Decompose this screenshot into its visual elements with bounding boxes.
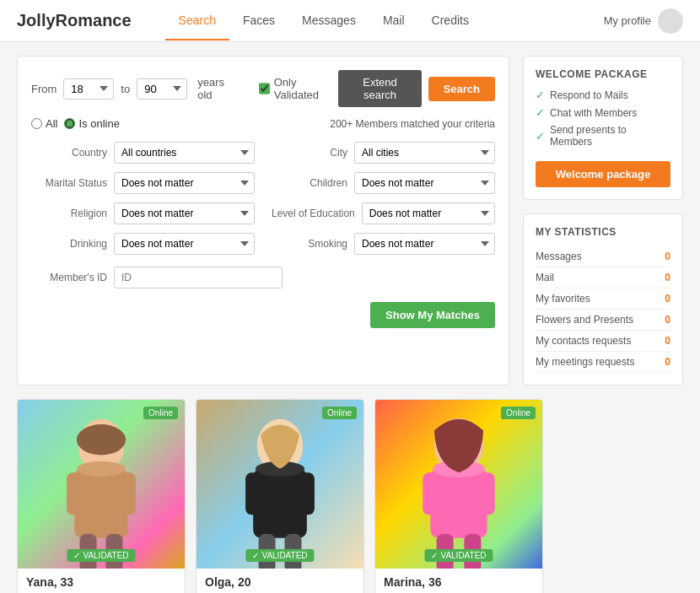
main-nav: Search Faces Messages Mail Credits bbox=[165, 2, 604, 40]
validated-badge-marina: ✓ VALIDATED bbox=[424, 549, 493, 562]
all-radio[interactable] bbox=[31, 118, 42, 129]
stats-messages-count: 0 bbox=[665, 251, 670, 262]
drinking-select[interactable]: Does not matter bbox=[114, 233, 255, 255]
validated-badge-olga: ✓ VALIDATED bbox=[245, 549, 314, 562]
welcome-item-2: ✓ Chat with Members bbox=[536, 106, 670, 119]
city-select[interactable]: All cities bbox=[354, 142, 495, 164]
online-badge-yana: Online bbox=[143, 407, 178, 419]
is-online-radio[interactable] bbox=[64, 118, 75, 129]
nav-mail[interactable]: Mail bbox=[369, 2, 418, 40]
extend-search-button[interactable]: Extend search bbox=[338, 70, 421, 107]
marital-status-label: Marital Status bbox=[31, 177, 107, 189]
member-id-row: Member's ID bbox=[31, 267, 495, 288]
is-online-option[interactable]: Is online bbox=[64, 117, 119, 130]
all-label: All bbox=[46, 117, 57, 130]
online-badge-olga: Online bbox=[322, 407, 357, 419]
profile-info-yana: Yana, 33 🖼 12 photos ▶ 0 videos bbox=[18, 569, 185, 593]
drinking-label: Drinking bbox=[31, 238, 107, 250]
profile-card-marina[interactable]: Online ✓ VALIDATED Marina, 36 🖼 7 photos… bbox=[374, 399, 543, 593]
city-label: City bbox=[272, 147, 347, 159]
country-filter: Country All countries bbox=[31, 142, 255, 164]
check-icon-1: ✓ bbox=[536, 89, 545, 101]
profile-photo-marina: Online ✓ VALIDATED bbox=[375, 400, 542, 569]
stats-mail-label: Mail bbox=[536, 272, 554, 283]
children-label: Children bbox=[272, 177, 347, 189]
profile-name-yana: Yana, 33 bbox=[26, 575, 176, 589]
religion-select[interactable]: Does not matter bbox=[114, 202, 255, 224]
profile-card-olga[interactable]: Online ✓ VALIDATED Olga, 20 🖼 16 photos … bbox=[196, 399, 364, 593]
nav-faces[interactable]: Faces bbox=[229, 2, 288, 40]
show-matches-row: Show My Matches bbox=[31, 302, 495, 328]
welcome-package-button[interactable]: Welcome package bbox=[536, 161, 670, 187]
welcome-item-3: ✓ Send presents to Members bbox=[536, 124, 670, 148]
sidebar: WELCOME PACKAGE ✓ Respond to Mails ✓ Cha… bbox=[523, 56, 683, 385]
profile-card-yana[interactable]: Online ✓ VALIDATED Yana, 33 🖼 12 photos … bbox=[17, 399, 186, 593]
welcome-item-1-label: Respond to Mails bbox=[550, 89, 628, 101]
svg-point-2 bbox=[77, 461, 126, 477]
profile-name-marina: Marina, 36 bbox=[384, 575, 534, 589]
all-option[interactable]: All bbox=[31, 117, 57, 130]
svg-rect-11 bbox=[245, 472, 259, 515]
stats-meetings-count: 0 bbox=[665, 356, 670, 368]
nav-messages[interactable]: Messages bbox=[288, 2, 369, 40]
online-badge-marina: Online bbox=[501, 407, 536, 419]
age-to-select[interactable]: 182530405060708090 bbox=[137, 78, 187, 100]
validated-badge-yana: ✓ VALIDATED bbox=[67, 549, 135, 562]
header: JollyRomance Search Faces Messages Mail … bbox=[0, 0, 700, 42]
validated-label-olga: VALIDATED bbox=[261, 551, 307, 560]
education-filter: Level of Education Does not matter bbox=[272, 202, 495, 224]
country-select[interactable]: All countries bbox=[114, 142, 255, 164]
main-container: From 1820253035405060708090 to 182530405… bbox=[0, 42, 700, 399]
is-online-label: Is online bbox=[78, 117, 119, 130]
search-button[interactable]: Search bbox=[428, 77, 495, 101]
member-id-label: Member's ID bbox=[31, 272, 107, 283]
filter-radio-group: All Is online bbox=[31, 117, 120, 130]
from-label: From bbox=[31, 83, 57, 95]
my-profile-button[interactable]: My profile bbox=[604, 8, 683, 34]
marital-status-select[interactable]: Does not matter bbox=[114, 172, 255, 194]
profile-info-olga: Olga, 20 🖼 16 photos ▶ 0 videos bbox=[197, 569, 363, 593]
welcome-item-1: ✓ Respond to Mails bbox=[536, 89, 670, 101]
stats-mail-count: 0 bbox=[665, 272, 670, 283]
logo[interactable]: JollyRomance bbox=[17, 11, 132, 30]
stats-flowers-count: 0 bbox=[665, 314, 670, 326]
welcome-item-3-label: Send presents to Members bbox=[550, 124, 670, 148]
years-label: years old bbox=[197, 76, 235, 101]
city-filter: City All cities bbox=[272, 142, 495, 164]
profile-name-olga: Olga, 20 bbox=[205, 575, 355, 589]
nav-search[interactable]: Search bbox=[165, 2, 229, 40]
stats-mail: Mail 0 bbox=[536, 267, 670, 288]
to-label: to bbox=[121, 83, 130, 95]
member-id-input[interactable] bbox=[114, 267, 283, 288]
only-validated-checkbox[interactable] bbox=[259, 83, 270, 94]
only-validated-option: Only Validated bbox=[259, 76, 332, 101]
smoking-select[interactable]: Does not matter bbox=[354, 233, 495, 255]
online-row: All Is online 200+ Members matched your … bbox=[31, 117, 495, 130]
age-from-select[interactable]: 1820253035405060708090 bbox=[63, 78, 114, 100]
age-row: From 1820253035405060708090 to 182530405… bbox=[31, 70, 495, 107]
smoking-filter: Smoking Does not matter bbox=[272, 233, 495, 255]
smoking-label: Smoking bbox=[272, 238, 347, 250]
search-area: From 1820253035405060708090 to 182530405… bbox=[17, 56, 509, 385]
members-matched: 200+ Members matched your criteria bbox=[330, 118, 495, 130]
children-select[interactable]: Does not matter bbox=[354, 172, 495, 194]
stats-messages-label: Messages bbox=[536, 251, 582, 262]
svg-rect-19 bbox=[481, 472, 494, 515]
stats-meetings-label: My meetings requests bbox=[536, 356, 634, 368]
my-profile-label: My profile bbox=[604, 14, 651, 27]
stats-flowers: Flowers and Presents 0 bbox=[536, 310, 670, 331]
stats-favorites-label: My favorites bbox=[536, 293, 590, 305]
check-validated-marina: ✓ bbox=[431, 551, 438, 560]
svg-rect-16 bbox=[430, 469, 487, 538]
avatar bbox=[658, 8, 683, 34]
check-icon-3: ✓ bbox=[536, 130, 545, 143]
religion-label: Religion bbox=[31, 208, 107, 219]
profiles-section: Online ✓ VALIDATED Yana, 33 🖼 12 photos … bbox=[0, 399, 700, 593]
education-select[interactable]: Does not matter bbox=[362, 202, 495, 224]
profile-photo-olga: Online ✓ VALIDATED bbox=[197, 400, 363, 569]
profile-info-marina: Marina, 36 🖼 7 photos ▶ 0 videos bbox=[375, 569, 542, 593]
nav-credits[interactable]: Credits bbox=[418, 2, 482, 40]
drinking-filter: Drinking Does not matter bbox=[31, 233, 255, 255]
stats-flowers-label: Flowers and Presents bbox=[536, 314, 633, 326]
show-matches-button[interactable]: Show My Matches bbox=[370, 302, 495, 328]
